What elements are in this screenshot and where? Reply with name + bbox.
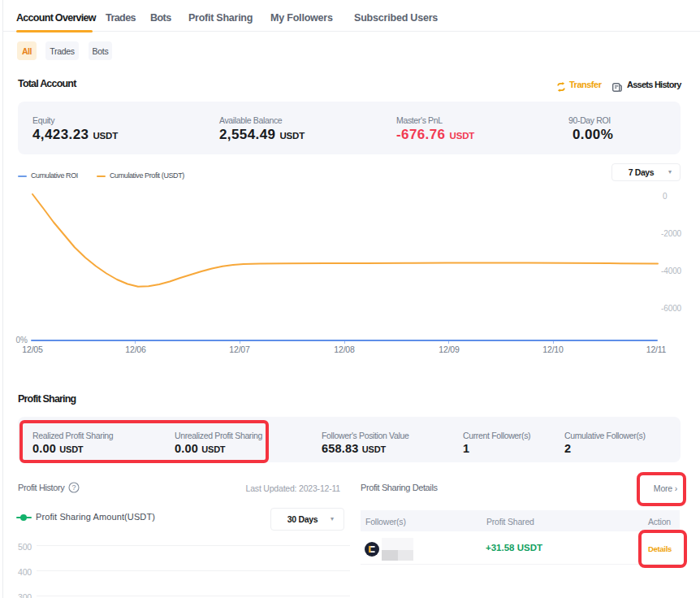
svg-text:?: ?	[71, 483, 76, 492]
